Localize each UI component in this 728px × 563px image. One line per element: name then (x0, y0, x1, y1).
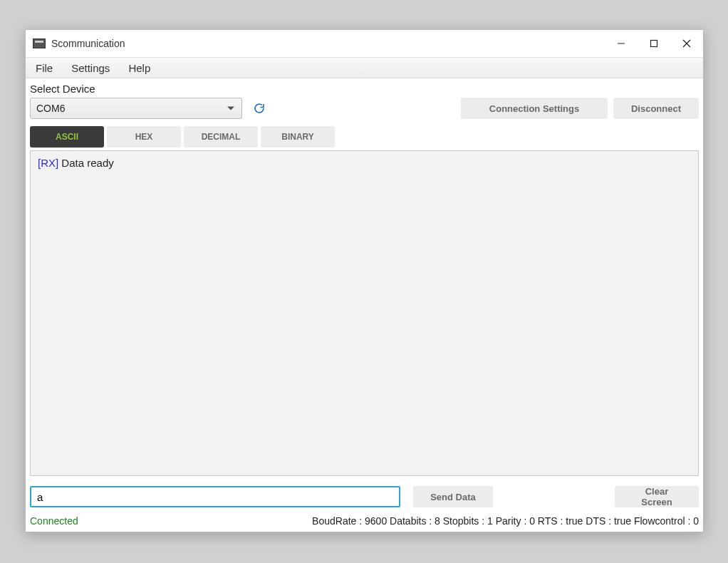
chevron-down-icon (227, 107, 234, 110)
app-window: Scommunication File Settings Help Select… (25, 29, 704, 532)
menu-settings[interactable]: Settings (71, 62, 110, 74)
close-button[interactable] (670, 30, 703, 57)
titlebar: Scommunication (26, 30, 703, 57)
refresh-button[interactable] (251, 100, 268, 117)
tab-binary[interactable]: BINARY (261, 126, 335, 148)
send-data-button[interactable]: Send Data (413, 486, 493, 507)
tab-ascii[interactable]: ASCII (30, 126, 104, 148)
device-combobox[interactable]: COM6 (30, 98, 242, 119)
maximize-button[interactable] (638, 30, 670, 57)
connection-settings-button[interactable]: Connection Settings (461, 98, 608, 119)
disconnect-button[interactable]: Disconnect (613, 98, 699, 119)
log-tag: [RX] (38, 157, 58, 169)
svg-rect-1 (651, 41, 657, 47)
send-row: Send Data Clear Screen (26, 476, 703, 512)
status-details: BoudRate : 9600 Databits : 8 Stopbits : … (312, 515, 699, 527)
status-connected: Connected (30, 515, 78, 527)
device-row: COM6 Connection Settings Disconnect (26, 98, 703, 126)
minimize-button[interactable] (605, 30, 638, 57)
menu-help[interactable]: Help (128, 62, 150, 74)
refresh-icon (253, 102, 266, 115)
format-tabs: ASCII HEX DECIMAL BINARY (26, 126, 703, 148)
window-title: Scommunication (51, 38, 125, 49)
tab-hex[interactable]: HEX (107, 126, 181, 148)
app-icon (33, 38, 46, 48)
statusbar: Connected BoudRate : 9600 Databits : 8 S… (26, 512, 703, 532)
maximize-icon (650, 39, 658, 48)
close-icon (682, 39, 691, 48)
send-input[interactable] (30, 486, 400, 507)
log-line: [RX] Data ready (38, 157, 691, 169)
minimize-icon (617, 39, 625, 48)
clear-screen-button[interactable]: Clear Screen (615, 486, 699, 507)
log-area[interactable]: [RX] Data ready (30, 150, 699, 476)
select-device-label: Select Device (26, 78, 703, 98)
menubar: File Settings Help (26, 57, 703, 78)
menu-file[interactable]: File (36, 62, 53, 74)
device-selected: COM6 (36, 103, 65, 114)
tab-decimal[interactable]: DECIMAL (184, 126, 258, 148)
log-message: Data ready (58, 157, 114, 169)
